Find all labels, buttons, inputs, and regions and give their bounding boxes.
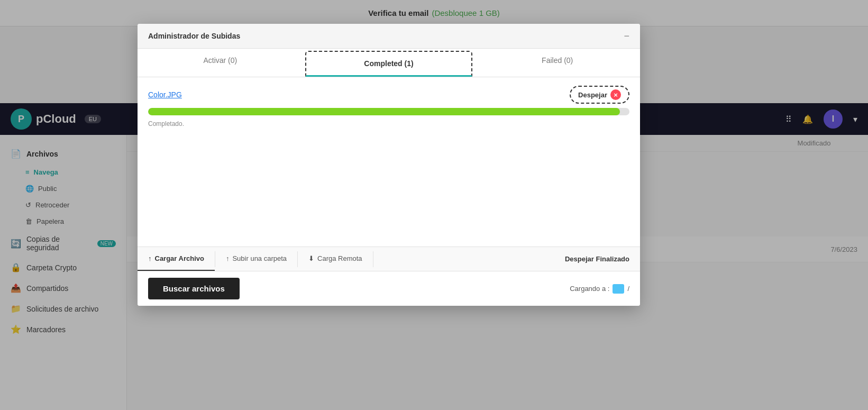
upload-icon: ↑: [148, 254, 152, 262]
modal-title: Administrador de Subidas: [148, 32, 240, 40]
progress-bar-fill: [148, 108, 620, 115]
bottom-tab-cargar[interactable]: ↑ Cargar Archivo: [138, 247, 215, 271]
remote-icon: ⬇: [308, 254, 314, 262]
tab-failed[interactable]: Failed (0): [474, 49, 640, 77]
progress-bar-container: [148, 108, 629, 115]
bottom-tab-carpeta[interactable]: ↑ Subir una carpeta: [215, 247, 297, 271]
upload-manager-modal: Administrador de Subidas − Activar (0) C…: [138, 24, 640, 306]
modal-bottom-tabs: ↑ Cargar Archivo ↑ Subir una carpeta ⬇ C…: [138, 247, 640, 271]
tab-separator-3: [373, 251, 373, 267]
despejar-close-icon: ×: [610, 89, 621, 100]
upload-file-entry: Color.JPG Despejar ×: [148, 86, 629, 104]
cargando-label: Cargando a : /: [570, 284, 629, 294]
folder-icon: [613, 284, 624, 294]
modal-tabs: Activar (0) Completed (1) Failed (0): [138, 49, 640, 77]
progress-label: Completado.: [148, 120, 184, 127]
modal-header: Administrador de Subidas −: [138, 24, 640, 49]
buscar-archivos-button[interactable]: Buscar archivos: [148, 278, 240, 299]
folder-upload-icon: ↑: [226, 254, 230, 262]
modal-close-button[interactable]: −: [624, 31, 629, 41]
modal-action-bar: Buscar archivos Cargando a : /: [138, 271, 640, 306]
bottom-tab-remota[interactable]: ⬇ Carga Remota: [298, 247, 373, 271]
despejar-button[interactable]: Despejar ×: [570, 86, 629, 104]
despejar-finalizado-button[interactable]: Despejar Finalizado: [554, 248, 640, 270]
modal-body: Color.JPG Despejar × Completado.: [138, 77, 640, 247]
tab-completed[interactable]: Completed (1): [305, 51, 473, 77]
tab-activar[interactable]: Activar (0): [138, 49, 303, 77]
upload-file-name[interactable]: Color.JPG: [148, 90, 182, 99]
